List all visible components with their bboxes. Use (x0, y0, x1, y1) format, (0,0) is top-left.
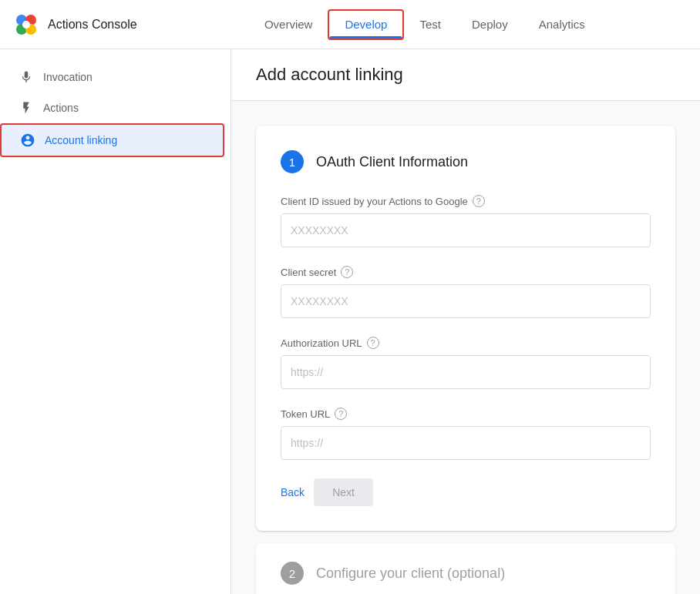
back-button[interactable]: Back (281, 478, 305, 506)
nav-analytics[interactable]: Analytics (523, 0, 601, 49)
nav-develop-underline (329, 36, 402, 39)
brand-logo (12, 11, 40, 39)
top-nav: Actions Console Overview Develop Test De… (0, 0, 700, 49)
main-body: 1 OAuth Client Information Client ID iss… (231, 101, 700, 594)
step1-title: OAuth Client Information (316, 154, 468, 170)
main-header: Add account linking (231, 49, 700, 101)
auth-url-input[interactable] (281, 355, 651, 389)
sidebar-item-invocation[interactable]: Invocation (0, 62, 221, 92)
nav-overview[interactable]: Overview (249, 0, 328, 49)
client-id-help-icon[interactable]: ? (473, 195, 485, 207)
step1-btn-row: Back Next (281, 478, 651, 506)
sidebar-invocation-label: Invocation (43, 71, 93, 83)
client-secret-input[interactable] (281, 284, 651, 318)
client-id-label: Client ID issued by your Actions to Goog… (281, 195, 651, 207)
form-group-auth-url: Authorization URL ? (281, 337, 651, 389)
client-id-input[interactable] (281, 213, 651, 247)
step1-card: 1 OAuth Client Information Client ID iss… (256, 126, 675, 531)
token-url-label: Token URL ? (281, 408, 651, 420)
sidebar-item-account-linking[interactable]: Account linking (0, 123, 224, 157)
brand-title: Actions Console (48, 18, 137, 32)
brand: Actions Console (12, 11, 137, 39)
next-button[interactable]: Next (314, 478, 373, 506)
nav-develop[interactable]: Develop (328, 9, 404, 40)
step2-badge: 2 (281, 562, 304, 585)
token-url-help-icon[interactable]: ? (335, 408, 347, 420)
person-circle-icon (20, 133, 35, 148)
form-group-client-secret: Client secret ? (281, 266, 651, 318)
client-secret-label: Client secret ? (281, 266, 651, 278)
mic-icon (19, 69, 34, 85)
form-group-token-url: Token URL ? (281, 408, 651, 460)
client-secret-help-icon[interactable]: ? (341, 266, 353, 278)
step1-header: 1 OAuth Client Information (281, 150, 651, 173)
nav-test[interactable]: Test (404, 0, 456, 49)
nav-deploy[interactable]: Deploy (456, 0, 523, 49)
step2-row: 2 Configure your client (optional) (256, 543, 675, 594)
layout: Invocation Actions Account linking Add a… (0, 49, 700, 594)
form-group-client-id: Client ID issued by your Actions to Goog… (281, 195, 651, 247)
step2-title: Configure your client (optional) (316, 565, 505, 582)
sidebar-item-actions[interactable]: Actions (0, 92, 221, 123)
svg-point-4 (22, 21, 30, 29)
auth-url-label: Authorization URL ? (281, 337, 651, 349)
sidebar: Invocation Actions Account linking (0, 49, 231, 594)
sidebar-account-linking-label: Account linking (45, 134, 117, 146)
auth-url-help-icon[interactable]: ? (367, 337, 379, 349)
step1-badge: 1 (281, 150, 304, 173)
nav-items: Overview Develop Test Deploy Analytics (162, 0, 688, 49)
token-url-input[interactable] (281, 426, 651, 460)
sidebar-actions-label: Actions (43, 102, 79, 114)
page-title: Add account linking (256, 65, 675, 85)
flash-icon (19, 100, 34, 116)
main-content: Add account linking 1 OAuth Client Infor… (231, 49, 700, 594)
